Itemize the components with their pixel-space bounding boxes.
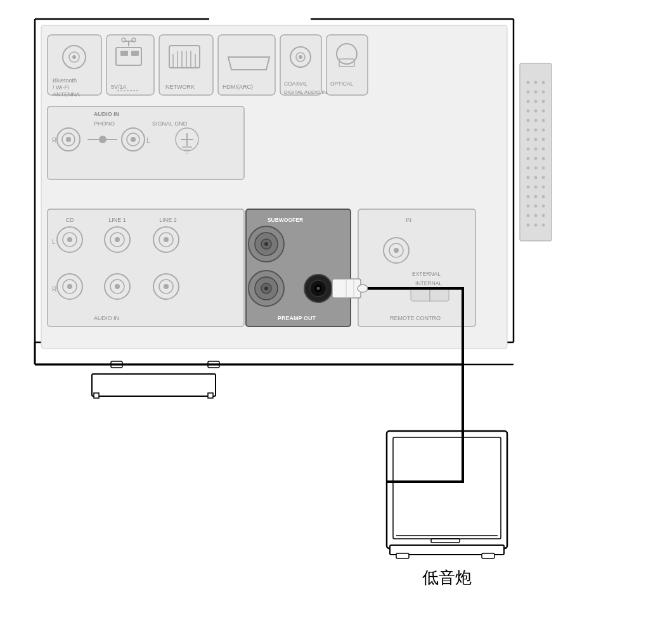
svg-text:COAXIAL: COAXIAL <box>284 80 307 87</box>
svg-point-91 <box>527 224 530 227</box>
svg-point-103 <box>99 136 107 143</box>
svg-text:SIGNAL GND: SIGNAL GND <box>152 120 188 127</box>
svg-text:/ Wi-Fi: / Wi-Fi <box>53 84 69 91</box>
svg-point-48 <box>542 81 545 84</box>
svg-rect-176 <box>482 553 494 558</box>
svg-point-101 <box>66 137 71 142</box>
diagram-container: Bluetooth / Wi-Fi ANTENNA 5V/1A NETWORK … <box>0 0 646 644</box>
svg-rect-170 <box>94 393 99 398</box>
svg-point-51 <box>542 91 545 94</box>
svg-text:HDMI(ARC): HDMI(ARC) <box>223 84 253 90</box>
svg-text:IN: IN <box>406 217 411 223</box>
svg-point-78 <box>542 176 545 179</box>
svg-point-76 <box>527 176 530 179</box>
svg-point-46 <box>527 81 530 84</box>
svg-text:SUBWOOFER: SUBWOOFER <box>268 217 303 223</box>
svg-text:EXTERNAL: EXTERNAL <box>412 271 441 277</box>
svg-point-65 <box>534 138 538 141</box>
svg-rect-172 <box>387 431 507 548</box>
svg-point-134 <box>115 284 120 289</box>
svg-point-121 <box>67 237 72 242</box>
svg-point-127 <box>164 237 169 242</box>
svg-point-158 <box>394 248 399 253</box>
svg-point-137 <box>164 284 169 289</box>
svg-text:5V/1A: 5V/1A <box>111 84 127 90</box>
svg-rect-114 <box>48 209 244 326</box>
svg-text:CD: CD <box>66 217 74 223</box>
svg-text:NETWORK: NETWORK <box>165 84 195 90</box>
svg-text:R: R <box>52 137 56 144</box>
svg-point-148 <box>264 287 268 290</box>
svg-point-88 <box>527 214 530 217</box>
svg-point-49 <box>527 91 530 94</box>
svg-point-66 <box>542 138 545 141</box>
svg-point-165 <box>358 285 368 292</box>
svg-text:ANTENNA: ANTENNA <box>53 91 80 98</box>
svg-point-152 <box>317 287 320 290</box>
svg-point-83 <box>534 195 538 198</box>
svg-rect-175 <box>396 553 409 558</box>
svg-rect-168 <box>92 374 216 396</box>
svg-point-89 <box>534 214 538 217</box>
svg-point-81 <box>542 186 545 189</box>
svg-rect-154 <box>358 209 475 326</box>
svg-point-67 <box>527 148 530 151</box>
svg-point-64 <box>527 138 530 141</box>
svg-text:L: L <box>146 137 150 144</box>
svg-point-80 <box>534 186 538 189</box>
svg-point-57 <box>542 110 545 113</box>
svg-point-63 <box>542 129 545 132</box>
svg-point-124 <box>115 237 120 242</box>
svg-point-79 <box>527 186 530 189</box>
svg-point-55 <box>527 110 530 113</box>
svg-point-52 <box>527 100 530 103</box>
svg-text:PREAMP OUT: PREAMP OUT <box>278 315 316 321</box>
svg-point-85 <box>527 205 530 208</box>
svg-text:Bluetooth: Bluetooth <box>53 77 77 84</box>
svg-point-38 <box>299 55 302 59</box>
svg-point-69 <box>542 148 545 151</box>
svg-point-84 <box>542 195 545 198</box>
svg-text:AUDIO IN: AUDIO IN <box>94 111 120 117</box>
svg-text:PHONO: PHONO <box>94 120 115 127</box>
svg-text:L: L <box>52 238 56 245</box>
svg-rect-171 <box>208 393 213 398</box>
svg-text:R: R <box>52 286 56 293</box>
svg-point-71 <box>534 157 538 160</box>
svg-point-74 <box>534 167 538 170</box>
svg-point-54 <box>542 100 545 103</box>
svg-text:AUDIO IN: AUDIO IN <box>94 315 119 321</box>
svg-point-86 <box>534 205 538 208</box>
svg-point-62 <box>534 129 538 132</box>
svg-point-47 <box>534 81 538 84</box>
svg-text:LINE 1: LINE 1 <box>108 217 126 223</box>
svg-point-56 <box>534 110 538 113</box>
svg-point-72 <box>542 157 545 160</box>
svg-point-77 <box>534 176 538 179</box>
svg-text:LINE 2: LINE 2 <box>159 217 177 223</box>
svg-text:REMOTE CONTRO: REMOTE CONTRO <box>390 315 441 321</box>
svg-point-53 <box>534 100 538 103</box>
svg-point-144 <box>264 242 268 246</box>
svg-point-9 <box>72 55 76 59</box>
svg-point-87 <box>542 205 545 208</box>
svg-point-50 <box>534 91 538 94</box>
svg-point-60 <box>542 119 545 122</box>
svg-point-75 <box>542 167 545 170</box>
svg-point-61 <box>527 129 530 132</box>
svg-point-73 <box>527 167 530 170</box>
svg-rect-94 <box>48 106 244 179</box>
svg-point-93 <box>542 224 545 227</box>
svg-rect-15 <box>120 51 128 56</box>
svg-point-90 <box>542 214 545 217</box>
svg-point-68 <box>534 148 538 151</box>
svg-text:低音炮: 低音炮 <box>422 568 472 587</box>
svg-point-92 <box>534 224 538 227</box>
svg-point-82 <box>527 195 530 198</box>
svg-text:INTERNAL: INTERNAL <box>415 280 442 287</box>
svg-point-106 <box>131 137 136 142</box>
svg-point-58 <box>527 119 530 122</box>
svg-point-59 <box>534 119 538 122</box>
svg-point-70 <box>527 157 530 160</box>
svg-rect-16 <box>131 51 139 56</box>
